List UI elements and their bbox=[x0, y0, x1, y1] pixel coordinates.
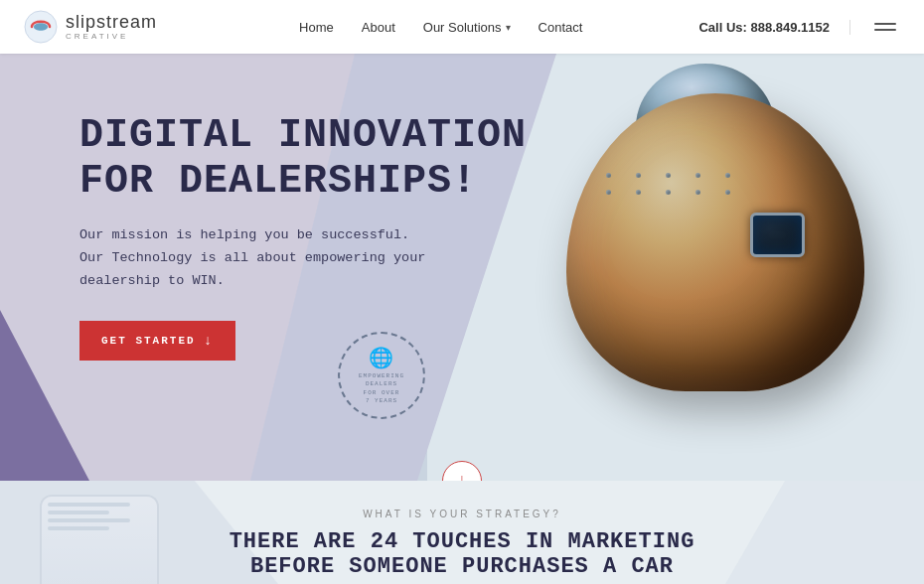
bottom-section: WHAT IS YOUR STRATEGY? THERE ARE 24 TOUC… bbox=[0, 481, 924, 584]
capsule-image bbox=[556, 64, 894, 451]
arrow-down-icon: ↓ bbox=[204, 333, 214, 349]
logo-text: slipstream CREATIVE bbox=[66, 13, 157, 41]
logo-name: slipstream bbox=[66, 13, 157, 31]
hero-title: DIGITAL INNOVATION FOR DEALERSHIPS! bbox=[79, 113, 527, 205]
bottom-headline: THERE ARE 24 TOUCHES IN MARKETING BEFORE… bbox=[230, 529, 695, 579]
capsule-body bbox=[566, 93, 864, 391]
rivet bbox=[695, 190, 700, 195]
capsule-shape bbox=[556, 64, 874, 421]
nav-about[interactable]: About bbox=[362, 20, 395, 35]
bottom-diagonal-right bbox=[725, 481, 924, 584]
hero-content: DIGITAL INNOVATION FOR DEALERSHIPS! Our … bbox=[79, 113, 527, 361]
rivet bbox=[725, 173, 730, 178]
eyebrow-text: WHAT IS YOUR STRATEGY? bbox=[363, 509, 561, 519]
capsule-rivets bbox=[606, 173, 743, 195]
nav-home[interactable]: Home bbox=[299, 20, 334, 35]
rivet bbox=[666, 173, 671, 178]
nav-solutions[interactable]: Our Solutions ▾ bbox=[423, 20, 511, 35]
hamburger-line-2 bbox=[874, 29, 896, 31]
rivet bbox=[666, 190, 671, 195]
rivet bbox=[725, 190, 730, 195]
nav-contact[interactable]: Contact bbox=[539, 20, 583, 35]
badge-text: EMPOWERINGDEALERSFOR OVER7 YEARS bbox=[351, 372, 412, 406]
hamburger-menu[interactable] bbox=[870, 19, 900, 35]
hamburger-line-1 bbox=[874, 23, 896, 25]
nav-links: Home About Our Solutions ▾ Contact bbox=[183, 20, 698, 35]
logo[interactable]: slipstream CREATIVE bbox=[24, 10, 183, 44]
rivet bbox=[636, 190, 641, 195]
chevron-down-icon: ▾ bbox=[506, 22, 511, 33]
navbar: slipstream CREATIVE Home About Our Solut… bbox=[0, 0, 924, 54]
hero-section: DIGITAL INNOVATION FOR DEALERSHIPS! Our … bbox=[0, 54, 924, 481]
capsule-window bbox=[750, 213, 805, 257]
logo-tagline: CREATIVE bbox=[66, 33, 157, 41]
scroll-arrow-icon: ↓ bbox=[457, 473, 467, 481]
nav-right: Call Us: 888.849.1152 bbox=[698, 19, 900, 35]
logo-icon bbox=[24, 10, 58, 44]
rivet bbox=[606, 173, 611, 178]
rivet bbox=[606, 190, 611, 195]
rivet bbox=[695, 173, 700, 178]
rivet bbox=[636, 173, 641, 178]
hero-subtitle: Our mission is helping you be successful… bbox=[79, 224, 437, 293]
phone-number: Call Us: 888.849.1152 bbox=[698, 20, 850, 35]
get-started-button[interactable]: GET STARTED ↓ bbox=[79, 321, 235, 361]
